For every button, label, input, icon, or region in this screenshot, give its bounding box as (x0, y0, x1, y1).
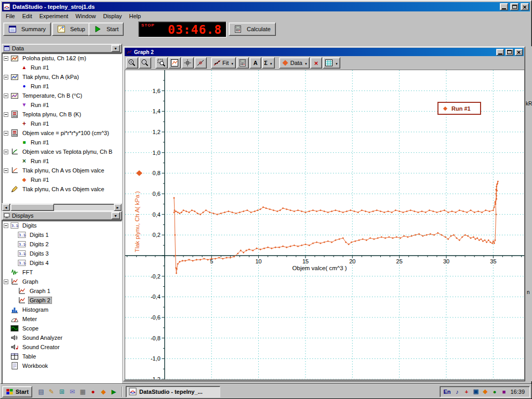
grid-settings-button[interactable] (323, 57, 340, 69)
quicklaunch-icon[interactable]: ▤ (36, 387, 46, 396)
calculator-button[interactable] (236, 57, 249, 69)
tree-expander-icon[interactable] (4, 168, 8, 173)
data-item[interactable]: Temperature, Ch B (°C) (2, 91, 122, 100)
scroll-right-button[interactable]: ► (114, 204, 122, 211)
chevron-down-icon[interactable] (334, 60, 338, 66)
tree-expander-icon[interactable] (4, 150, 8, 154)
taskbar-task-button[interactable]: DataStudio - tepelny_... (126, 386, 220, 397)
summary-button[interactable]: Summary (3, 22, 51, 36)
title-bar[interactable]: DataStudio - tepelny_stroj1.ds × (2, 2, 530, 11)
display-item[interactable]: FFT (2, 268, 122, 277)
quicklaunch-icon[interactable]: ▶ (109, 387, 118, 396)
smart-tool-button[interactable] (181, 57, 194, 69)
start-experiment-button[interactable]: Start (88, 22, 124, 36)
zoom-select-button[interactable] (155, 57, 168, 69)
display-item[interactable]: Workbook (2, 361, 122, 370)
data-item[interactable]: Teplota plynu, Ch B (K) (2, 110, 122, 119)
horizontal-scrollbar[interactable]: ◄ ► (2, 204, 122, 211)
text-annotation-button[interactable]: A (249, 57, 261, 69)
graph-plot[interactable]: 1,61,41,21,00,80,60,40,2-0,2-0,4-0,6-0,8… (125, 70, 524, 379)
graph-minimize-button[interactable] (496, 49, 504, 56)
data-run-item[interactable]: ■Run #1 (2, 138, 122, 147)
tree-expander-icon[interactable] (4, 75, 8, 79)
graph-legend[interactable]: Run #1 (437, 102, 481, 115)
display-subitem[interactable]: 3.14Digits 1 (2, 230, 122, 240)
data-item[interactable]: Objem valce vs Teplota plynu, Ch B (2, 147, 122, 156)
data-run-item[interactable]: ◆Run #1 (2, 175, 122, 184)
graph-plot-area[interactable]: 1,61,41,21,00,80,60,40,2-0,2-0,4-0,6-0,8… (125, 70, 525, 380)
quicklaunch-icon[interactable]: ✎ (47, 387, 56, 396)
display-item[interactable]: Sound Analyzer (2, 333, 122, 342)
data-run-item[interactable]: +Run #1 (2, 119, 122, 128)
display-subitem[interactable]: 3.14Digits 3 (2, 249, 122, 258)
scrollbar-thumb[interactable] (10, 204, 54, 211)
tree-expander-icon[interactable] (4, 131, 8, 136)
menu-item-window[interactable]: Window (72, 12, 99, 20)
display-item[interactable]: Graph (2, 277, 122, 286)
data-run-item[interactable]: ●Run #1 (2, 82, 122, 91)
data-item[interactable]: Tlak plynu, Ch A vs Objem valce (2, 184, 122, 194)
menu-item-file[interactable]: File (2, 12, 19, 20)
menu-item-edit[interactable]: Edit (19, 12, 36, 20)
tree-expander-icon[interactable] (4, 112, 8, 117)
displays-panel-header[interactable]: Displays (2, 211, 122, 220)
statistics-button[interactable]: Σ (262, 57, 275, 69)
tray-icon[interactable]: ♪ (453, 388, 461, 396)
display-item[interactable]: Histogram (2, 305, 122, 314)
data-item[interactable]: Objem valce = pi*r*r*y*100 (cm^3) (2, 128, 122, 138)
display-item[interactable]: Sound Creator (2, 342, 122, 352)
display-subitem[interactable]: Graph 2 (2, 296, 122, 305)
calculate-button[interactable]: Calculate (229, 22, 276, 36)
tree-expander-icon[interactable] (4, 223, 8, 228)
data-item[interactable]: Poloha pistu, Ch 1&2 (m) (2, 54, 122, 63)
tree-expander-icon[interactable] (4, 56, 8, 61)
display-item[interactable]: Table (2, 352, 122, 361)
tray-icon[interactable]: ▣ (472, 388, 480, 396)
menu-item-experiment[interactable]: Experiment (36, 12, 72, 20)
scroll-left-button[interactable]: ◄ (2, 204, 10, 211)
display-item[interactable]: Scope (2, 324, 122, 333)
display-item[interactable]: Meter (2, 314, 122, 324)
tray-icon[interactable]: + (462, 388, 470, 396)
quicklaunch-icon[interactable]: ✉ (68, 387, 77, 396)
display-item[interactable]: 3.14Digits (2, 221, 122, 230)
minimize-button[interactable] (500, 3, 508, 10)
scale-to-fit-button[interactable] (168, 57, 181, 69)
data-run-item[interactable]: ▼Run #1 (2, 100, 122, 110)
quicklaunch-icon[interactable]: ● (88, 387, 98, 396)
quicklaunch-icon[interactable]: ▦ (78, 387, 87, 396)
tray-icon[interactable]: ◆ (481, 388, 489, 396)
start-menu-button[interactable]: Start (2, 386, 32, 397)
displays-panel-dropdown-button[interactable] (111, 212, 120, 219)
data-panel-header[interactable]: Data (2, 44, 122, 53)
data-menu-button[interactable]: Data (279, 57, 310, 69)
slope-tool-button[interactable] (194, 57, 207, 69)
keyboard-language-indicator[interactable]: En (443, 389, 450, 395)
fit-menu-button[interactable]: Fit (211, 57, 236, 69)
quicklaunch-icon[interactable]: ◆ (99, 387, 108, 396)
tree-expander-icon[interactable] (4, 280, 8, 284)
tree-expander-icon[interactable] (4, 94, 8, 98)
data-item[interactable]: Tlak plynu, Ch A vs Objem valce (2, 166, 122, 175)
maximize-button[interactable] (510, 3, 518, 10)
menu-item-display[interactable]: Display (99, 12, 125, 20)
display-subitem[interactable]: 3.14Digits 2 (2, 240, 122, 249)
graph-close-button[interactable]: × (515, 49, 523, 56)
chevron-down-icon[interactable] (269, 60, 273, 66)
chevron-down-icon[interactable] (303, 60, 308, 66)
quicklaunch-icon[interactable]: ⊞ (57, 387, 66, 396)
setup-button[interactable]: Setup (52, 22, 90, 36)
data-run-item[interactable]: ×Run #1 (2, 156, 122, 166)
chevron-down-icon[interactable] (230, 60, 234, 66)
menu-item-help[interactable]: Help (126, 12, 145, 20)
zoom-in-button[interactable] (126, 57, 138, 69)
data-panel-dropdown-button[interactable] (111, 45, 120, 52)
data-run-item[interactable]: ▲Run #1 (2, 63, 122, 72)
display-subitem[interactable]: 3.14Digits 4 (2, 258, 122, 268)
close-button[interactable]: × (521, 3, 529, 10)
graph-maximize-button[interactable] (506, 49, 513, 56)
display-subitem[interactable]: Graph 1 (2, 286, 122, 296)
delete-button[interactable]: × (310, 57, 322, 69)
graph-title-bar[interactable]: Graph 2 × (125, 48, 524, 56)
data-item[interactable]: Tlak plynu, Ch A (kPa) (2, 72, 122, 82)
